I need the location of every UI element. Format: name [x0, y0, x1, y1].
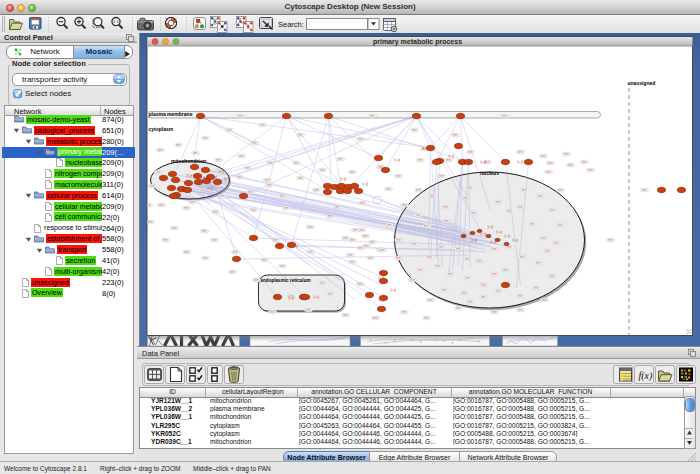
svg-text:mitochondrion: mitochondrion — [171, 158, 206, 164]
svg-text:[x..y]: [x..y] — [186, 174, 192, 178]
svg-text:[x..y]: [x..y] — [480, 160, 486, 164]
svg-text:primary metabolic process: primary metabolic process — [372, 38, 461, 46]
svg-text:[x..y]: [x..y] — [199, 176, 205, 180]
svg-text:[x..y]: [x..y] — [313, 295, 319, 299]
svg-text:[x..y]: [x..y] — [512, 238, 518, 242]
svg-text:[x..y]: [x..y] — [480, 232, 486, 236]
svg-text:[x..y]: [x..y] — [224, 177, 230, 181]
svg-text:[x..y]: [x..y] — [218, 169, 224, 173]
svg-text:[x..y]: [x..y] — [172, 176, 178, 180]
svg-text:[x..y]: [x..y] — [350, 188, 356, 192]
svg-text:[x..y]: [x..y] — [501, 161, 507, 165]
svg-text:[x..y]: [x..y] — [378, 276, 384, 280]
svg-text:[x..y]: [x..y] — [487, 225, 493, 229]
svg-text:[x..y]: [x..y] — [394, 158, 400, 162]
svg-text:nucleus: nucleus — [480, 170, 499, 176]
svg-text:[x..y]: [x..y] — [207, 186, 213, 190]
svg-text:[x..y]: [x..y] — [504, 234, 510, 238]
svg-text:[x..y]: [x..y] — [300, 294, 306, 298]
svg-text:plasma membrane: plasma membrane — [148, 111, 192, 117]
svg-text:f(x): f(x) — [639, 370, 654, 382]
svg-text:[x..y]: [x..y] — [288, 296, 294, 300]
svg-text:unassigned: unassigned — [627, 80, 655, 86]
svg-text:[x..y]: [x..y] — [292, 244, 298, 248]
svg-text:[x..y]: [x..y] — [340, 177, 346, 181]
svg-text:[x..y]: [x..y] — [448, 154, 454, 158]
svg-text:1:1: 1:1 — [113, 19, 119, 24]
svg-text:Search:: Search: — [278, 20, 304, 29]
svg-text:[x..y]: [x..y] — [211, 175, 217, 179]
svg-text:[x..y]: [x..y] — [490, 240, 496, 244]
svg-text:[x..y]: [x..y] — [390, 288, 396, 292]
svg-text:endoplasmic reticulum: endoplasmic reticulum — [260, 278, 310, 283]
svg-text:[x..y]: [x..y] — [362, 182, 368, 186]
svg-text:[x..y]: [x..y] — [471, 238, 477, 242]
svg-text:[x..y]: [x..y] — [422, 146, 428, 150]
svg-text:cytoplasm: cytoplasm — [148, 126, 173, 132]
svg-text:[x..y]: [x..y] — [378, 298, 384, 302]
svg-text:[x..y]: [x..y] — [496, 230, 502, 234]
svg-text:[x..y]: [x..y] — [517, 160, 523, 164]
